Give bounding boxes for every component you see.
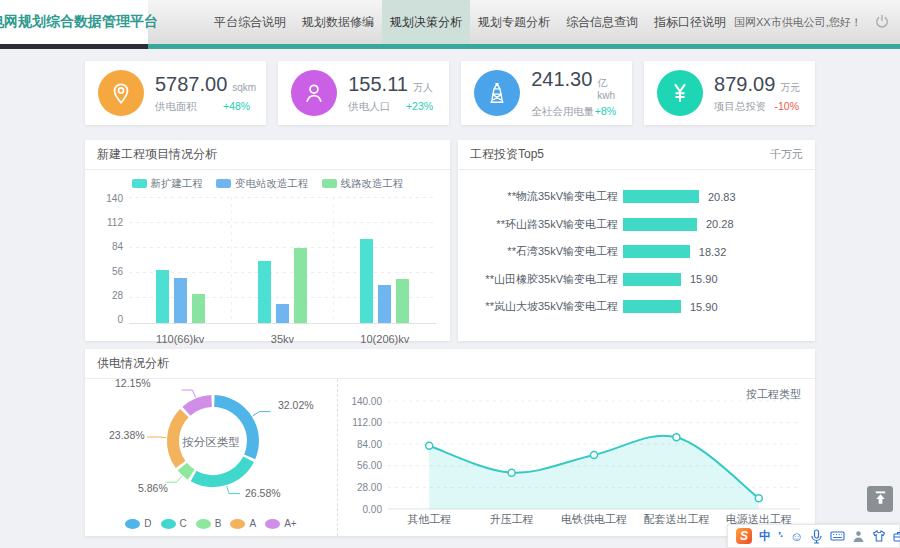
- nav-item-5[interactable]: 指标口径说明: [646, 0, 734, 44]
- donut-legend-A[interactable]: A: [230, 518, 256, 529]
- y-tick: 0: [95, 314, 123, 325]
- legend-swatch: [196, 519, 211, 529]
- donut-legend-B[interactable]: B: [196, 518, 222, 529]
- bar-新扩建工程-35kv[interactable]: [258, 261, 271, 323]
- legend-label: 变电站改造工程: [235, 177, 309, 189]
- kpi-value: 879.09: [714, 73, 775, 96]
- top5-label: **岚山大坡35kV输变电工程: [458, 299, 618, 314]
- kpi-card-0[interactable]: 5787.00sqkm供电面积+48%: [85, 61, 266, 125]
- shirt-skin-icon[interactable]: [872, 530, 886, 542]
- panel-new-projects: 新建工程项目情况分析 新扩建工程变电站改造工程线路改造工程 1401128456…: [85, 140, 450, 341]
- top5-bar[interactable]: [623, 273, 681, 286]
- data-point-电源送出工程[interactable]: [755, 495, 762, 502]
- legend-swatch: [161, 519, 176, 529]
- data-point-配套送出工程[interactable]: [673, 434, 680, 441]
- top5-bar[interactable]: [623, 218, 697, 231]
- top5-value: 15.90: [690, 301, 718, 313]
- legend-label: A: [249, 518, 256, 529]
- kpi-label: 供电人口: [348, 100, 390, 114]
- donut-slice-A[interactable]: [173, 413, 184, 464]
- bar-线路改造工程-110(66)kv[interactable]: [192, 294, 205, 323]
- power-icon[interactable]: [874, 14, 890, 30]
- data-point-升压工程[interactable]: [508, 469, 515, 476]
- top5-value: 20.28: [706, 218, 734, 230]
- data-point-其他工程[interactable]: [426, 442, 433, 449]
- kpi-card-1[interactable]: 155.11万人供电人口+23%: [278, 61, 449, 125]
- donut-slice-A+[interactable]: [186, 401, 211, 411]
- donut-slice-C[interactable]: [194, 459, 249, 481]
- donut-legend-A+[interactable]: A+: [265, 518, 297, 529]
- top5-row-3: **山田橡胶35kV输变电工程15.90: [458, 266, 815, 294]
- donut-legend: DCBAA+: [85, 518, 337, 529]
- line-y-tick: 0.00: [363, 504, 383, 515]
- bar-变电站改造工程-10(206)kv[interactable]: [378, 285, 391, 323]
- kpi-card-3[interactable]: 879.09万元项目总投资-10%: [644, 61, 815, 125]
- line-svg[interactable]: 140.00112.0084.0056.0028.000.00其他工程升压工程电…: [340, 381, 810, 527]
- donut-slice-D[interactable]: [214, 401, 253, 457]
- top5-label: **山田橡胶35kV输变电工程: [458, 272, 618, 287]
- bar-chart: 1401128456280: [85, 193, 450, 329]
- toolbox-icon[interactable]: [893, 530, 900, 542]
- donut-legend-D[interactable]: D: [125, 518, 151, 529]
- y-tick: 112: [95, 217, 123, 228]
- bar-线路改造工程-10(206)kv[interactable]: [396, 279, 409, 323]
- donut-legend-C[interactable]: C: [161, 518, 187, 529]
- smiley-icon[interactable]: ☺: [790, 529, 803, 544]
- top5-row-2: **石湾35kV输变电工程18.32: [458, 238, 815, 266]
- top5-label: **物流35kV输变电工程: [458, 189, 618, 204]
- kpi-label: 供电面积: [155, 100, 197, 114]
- legend-item-2[interactable]: 线路改造工程: [322, 177, 404, 191]
- line-x-tick: 升压工程: [490, 513, 534, 525]
- punctuation-icon[interactable]: ’·: [778, 530, 783, 542]
- donut-slice-B[interactable]: [182, 467, 191, 475]
- kpi-card-2[interactable]: 241.30亿kwh全社会用电量+8%: [461, 61, 632, 125]
- bar-变电站改造工程-110(66)kv[interactable]: [174, 278, 187, 323]
- chinese-mode-icon[interactable]: 中: [759, 528, 771, 545]
- nav-item-1[interactable]: 规划数据修编: [294, 0, 382, 44]
- panel-supply: 供电情况分析 按分区类型 DCBAA+ 32.02%26.58%5.86%23.…: [85, 349, 815, 536]
- donut-pct-A+: 12.15%: [115, 377, 151, 389]
- nav-item-4[interactable]: 综合信息查询: [558, 0, 646, 44]
- user-silhouette-icon[interactable]: [852, 530, 865, 543]
- legend-item-1[interactable]: 变电站改造工程: [216, 177, 309, 191]
- bar-group-1: [231, 197, 333, 323]
- x-tick: 35kv: [231, 333, 333, 345]
- top5-row-1: **环山路35kV输变电工程20.28: [458, 211, 815, 239]
- accent-bar: [0, 44, 900, 49]
- donut-pct-C: 26.58%: [245, 487, 281, 499]
- bar-变电站改造工程-35kv[interactable]: [276, 304, 289, 323]
- kpi-delta: +23%: [406, 100, 433, 114]
- legend-label: C: [180, 518, 187, 529]
- x-tick: 110(66)kv: [129, 333, 231, 345]
- y-tick: 28: [95, 290, 123, 301]
- line-y-tick: 84.00: [357, 439, 382, 450]
- legend-label: B: [215, 518, 222, 529]
- nav-item-3[interactable]: 规划专题分析: [470, 0, 558, 44]
- back-to-top-arrow-icon: [873, 490, 888, 509]
- bar-新扩建工程-10(206)kv[interactable]: [360, 239, 373, 323]
- area-fill: [429, 436, 759, 509]
- data-point-电铁供电工程[interactable]: [591, 452, 598, 459]
- top5-bar[interactable]: [623, 300, 681, 313]
- kpi-label: 项目总投资: [714, 100, 767, 114]
- keyboard-icon[interactable]: [830, 530, 845, 542]
- nav-item-0[interactable]: 平台综合说明: [206, 0, 294, 44]
- sogou-logo-icon[interactable]: S: [736, 528, 752, 544]
- accent-bar-dark: [0, 44, 148, 49]
- nav-item-2[interactable]: 规划决策分析: [382, 0, 470, 44]
- top5-body: **物流35kV输变电工程20.83**环山路35kV输变电工程20.28**石…: [458, 170, 815, 321]
- top5-bar[interactable]: [623, 190, 699, 203]
- kpi-label: 全社会用电量: [531, 105, 594, 119]
- ime-toolbar: S中’·☺: [727, 524, 900, 548]
- bar-线路改造工程-35kv[interactable]: [294, 248, 307, 323]
- kpi-row: 5787.00sqkm供电面积+48%155.11万人供电人口+23%241.3…: [85, 61, 815, 125]
- top5-value: 20.83: [708, 191, 736, 203]
- microphone-icon[interactable]: [810, 529, 823, 544]
- donut-callout-line: [253, 412, 271, 416]
- bar-新扩建工程-110(66)kv[interactable]: [156, 270, 169, 323]
- y-tick: 140: [95, 193, 123, 204]
- line-x-tick: 其他工程: [407, 513, 451, 525]
- back-to-top-button[interactable]: [867, 486, 893, 512]
- top5-bar[interactable]: [623, 245, 690, 258]
- legend-item-0[interactable]: 新扩建工程: [132, 177, 204, 191]
